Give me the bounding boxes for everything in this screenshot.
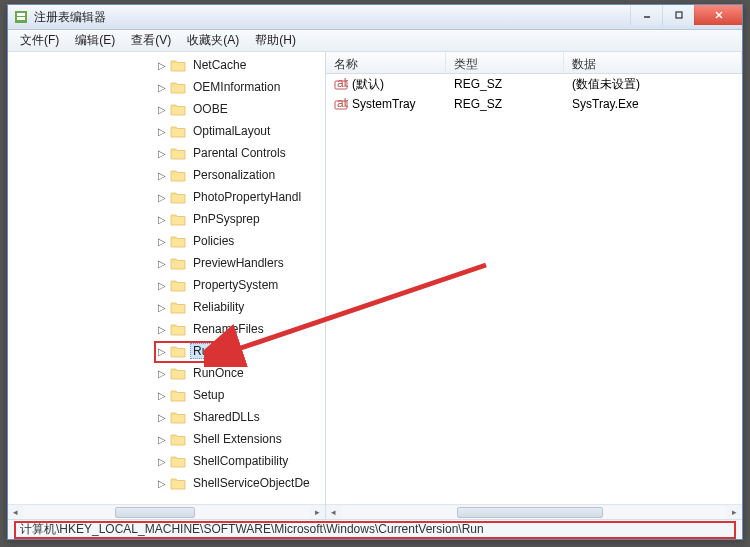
tree-item-label: Policies	[190, 233, 237, 249]
tree-item-label: SharedDLLs	[190, 409, 263, 425]
tree-item-shellcompatibility[interactable]: ▷ShellCompatibility	[156, 450, 325, 472]
tree-item-personalization[interactable]: ▷Personalization	[156, 164, 325, 186]
titlebar[interactable]: 注册表编辑器	[8, 5, 742, 30]
window-controls	[630, 5, 742, 25]
expander-icon[interactable]: ▷	[156, 257, 168, 269]
expander-icon[interactable]: ▷	[156, 169, 168, 181]
value-data: SysTray.Exe	[564, 95, 742, 113]
list-row[interactable]: ab(默认)REG_SZ(数值未设置)	[326, 74, 742, 94]
tree-item-label: PnPSysprep	[190, 211, 263, 227]
expander-icon[interactable]: ▷	[156, 125, 168, 137]
value-name: SystemTray	[352, 97, 416, 111]
menu-help[interactable]: 帮助(H)	[247, 29, 304, 52]
folder-icon	[170, 256, 186, 270]
tree-item-renamefiles[interactable]: ▷RenameFiles	[156, 318, 325, 340]
tree-item-propertysystem[interactable]: ▷PropertySystem	[156, 274, 325, 296]
scroll-left-icon[interactable]: ◂	[8, 505, 23, 520]
minimize-button[interactable]	[630, 5, 662, 25]
folder-icon	[170, 344, 186, 358]
folder-icon	[170, 80, 186, 94]
expander-icon[interactable]: ▷	[156, 301, 168, 313]
folder-icon	[170, 278, 186, 292]
menu-file[interactable]: 文件(F)	[12, 29, 67, 52]
folder-icon	[170, 168, 186, 182]
expander-icon[interactable]: ▷	[156, 59, 168, 71]
expander-icon[interactable]: ▷	[156, 367, 168, 379]
tree-item-shellserviceobjectde[interactable]: ▷ShellServiceObjectDe	[156, 472, 325, 494]
expander-icon[interactable]: ▷	[156, 81, 168, 93]
scroll-right-icon[interactable]: ▸	[727, 505, 742, 520]
list-pane[interactable]: 名称 类型 数据 ab(默认)REG_SZ(数值未设置)abSystemTray…	[326, 52, 742, 519]
tree-item-parental-controls[interactable]: ▷Parental Controls	[156, 142, 325, 164]
tree-item-pnpsysprep[interactable]: ▷PnPSysprep	[156, 208, 325, 230]
tree-item-run[interactable]: ▷Run	[156, 340, 325, 362]
tree-item-policies[interactable]: ▷Policies	[156, 230, 325, 252]
svg-rect-4	[676, 12, 682, 18]
tree-item-setup[interactable]: ▷Setup	[156, 384, 325, 406]
tree-item-photopropertyhandl[interactable]: ▷PhotoPropertyHandl	[156, 186, 325, 208]
tree-item-netcache[interactable]: ▷NetCache	[156, 54, 325, 76]
tree-item-label: ShellServiceObjectDe	[190, 475, 313, 491]
folder-icon	[170, 388, 186, 402]
scroll-right-icon[interactable]: ▸	[310, 505, 325, 520]
tree-item-runonce[interactable]: ▷RunOnce	[156, 362, 325, 384]
expander-icon[interactable]: ▷	[156, 477, 168, 489]
svg-rect-2	[17, 17, 25, 20]
svg-rect-1	[17, 13, 25, 16]
reg-string-icon: ab	[334, 97, 348, 111]
tree-item-label: OEMInformation	[190, 79, 283, 95]
close-button[interactable]	[694, 5, 742, 25]
col-head-type[interactable]: 类型	[446, 52, 564, 73]
scroll-left-icon[interactable]: ◂	[326, 505, 341, 520]
list-h-scrollbar[interactable]: ◂ ▸	[326, 504, 742, 519]
tree-item-shell-extensions[interactable]: ▷Shell Extensions	[156, 428, 325, 450]
folder-icon	[170, 454, 186, 468]
tree-item-previewhandlers[interactable]: ▷PreviewHandlers	[156, 252, 325, 274]
value-type: REG_SZ	[446, 95, 564, 113]
menu-favorites[interactable]: 收藏夹(A)	[179, 29, 247, 52]
tree-item-label: NetCache	[190, 57, 249, 73]
expander-icon[interactable]: ▷	[156, 323, 168, 335]
tree-item-label: Shell Extensions	[190, 431, 285, 447]
expander-icon[interactable]: ▷	[156, 103, 168, 115]
col-head-name[interactable]: 名称	[326, 52, 446, 73]
tree-item-shareddlls[interactable]: ▷SharedDLLs	[156, 406, 325, 428]
list-row[interactable]: abSystemTrayREG_SZSysTray.Exe	[326, 94, 742, 114]
tree-item-label: OOBE	[190, 101, 231, 117]
value-type: REG_SZ	[446, 75, 564, 93]
status-path: 计算机\HKEY_LOCAL_MACHINE\SOFTWARE\Microsof…	[14, 521, 736, 539]
app-icon	[13, 9, 29, 25]
expander-icon[interactable]: ▷	[156, 389, 168, 401]
expander-icon[interactable]: ▷	[156, 345, 168, 357]
tree-item-label: ShellCompatibility	[190, 453, 291, 469]
folder-icon	[170, 432, 186, 446]
expander-icon[interactable]: ▷	[156, 213, 168, 225]
folder-icon	[170, 146, 186, 160]
folder-icon	[170, 410, 186, 424]
expander-icon[interactable]: ▷	[156, 235, 168, 247]
expander-icon[interactable]: ▷	[156, 455, 168, 467]
menu-edit[interactable]: 编辑(E)	[67, 29, 123, 52]
expander-icon[interactable]: ▷	[156, 147, 168, 159]
tree-item-label: PhotoPropertyHandl	[190, 189, 304, 205]
expander-icon[interactable]: ▷	[156, 279, 168, 291]
expander-icon[interactable]: ▷	[156, 433, 168, 445]
expander-icon[interactable]: ▷	[156, 191, 168, 203]
tree-item-oobe[interactable]: ▷OOBE	[156, 98, 325, 120]
tree-item-optimallayout[interactable]: ▷OptimalLayout	[156, 120, 325, 142]
client-area: ▷NetCache▷OEMInformation▷OOBE▷OptimalLay…	[8, 52, 742, 519]
menu-view[interactable]: 查看(V)	[123, 29, 179, 52]
col-head-data[interactable]: 数据	[564, 52, 742, 73]
tree-item-label: RunOnce	[190, 365, 247, 381]
tree-item-label: Setup	[190, 387, 227, 403]
tree-h-scrollbar[interactable]: ◂ ▸	[8, 504, 325, 519]
expander-icon[interactable]: ▷	[156, 411, 168, 423]
tree-pane[interactable]: ▷NetCache▷OEMInformation▷OOBE▷OptimalLay…	[8, 52, 326, 519]
value-name: (默认)	[352, 76, 384, 93]
tree-item-oeminformation[interactable]: ▷OEMInformation	[156, 76, 325, 98]
value-data: (数值未设置)	[564, 74, 742, 95]
maximize-button[interactable]	[662, 5, 694, 25]
tree-item-reliability[interactable]: ▷Reliability	[156, 296, 325, 318]
tree-item-label: PropertySystem	[190, 277, 281, 293]
folder-icon	[170, 212, 186, 226]
